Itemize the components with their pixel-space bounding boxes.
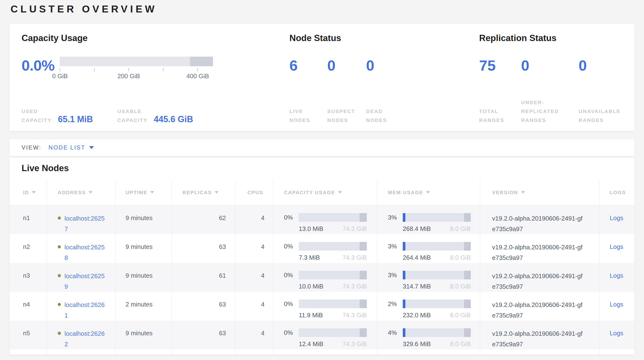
- node-status-section: Node Status 6 0 0 LIVE NODES SUSPECT NOD…: [290, 33, 479, 125]
- live-nodes-count: 6: [290, 58, 327, 73]
- capacity-usage-bar: [299, 299, 367, 308]
- capacity-total: 74.3 GiB: [342, 253, 367, 262]
- mem-percent: 3%: [388, 270, 403, 280]
- capacity-total: 74.3 GiB: [342, 224, 367, 234]
- node-address-link[interactable]: localhost:26259: [64, 271, 108, 292]
- node-version: v19.2.0-alpha.20190606-2491-gfe735c9a97: [480, 234, 600, 263]
- capacity-percent: 0%: [284, 299, 299, 309]
- node-id: n4: [10, 292, 47, 321]
- live-nodes-card: Live Nodes ID ADDRESS UPTIME REPLICAS CP…: [10, 157, 634, 354]
- mem-usage-cell: 3% 264.4 MiB 8.0 GiB: [377, 234, 480, 263]
- node-version: v19.2.0-alpha.20190606-2491-gfe735c9a97: [480, 321, 600, 349]
- capacity-total: 74.3 GiB: [342, 339, 367, 349]
- mem-total: 8.0 GiB: [450, 339, 471, 349]
- capacity-usage-cell: 0% 10.0 MiB 74.3 GiB: [273, 263, 377, 292]
- table-row-partial: [10, 349, 634, 354]
- chevron-down-icon[interactable]: [89, 146, 94, 149]
- node-cpus: 4: [236, 321, 273, 349]
- view-dropdown[interactable]: NODE LIST: [49, 144, 94, 151]
- logs-link[interactable]: Logs: [610, 329, 623, 337]
- logs-cell: Logs: [600, 292, 634, 321]
- node-address-link[interactable]: localhost:26257: [64, 213, 108, 234]
- capacity-usage-cell: 0% 12.4 MiB 74.3 GiB: [273, 321, 377, 349]
- column-header-mem-usage[interactable]: MEM USAGE: [377, 179, 480, 205]
- node-replicas: 63: [172, 234, 236, 263]
- node-replicas: 62: [172, 206, 236, 234]
- table-row: n4 localhost:26261 2 minutes 63 4 0% 11.…: [10, 292, 634, 321]
- capacity-usage-bar: [299, 271, 367, 279]
- axis-tick-label: 0 GiB: [52, 73, 68, 80]
- logs-link[interactable]: Logs: [610, 214, 623, 222]
- capacity-usage-cell: 0% 13.0 MiB 74.3 GiB: [273, 206, 377, 234]
- node-uptime: 9 minutes: [116, 263, 172, 292]
- node-uptime: 9 minutes: [116, 321, 172, 349]
- capacity-percent: 0%: [284, 213, 299, 222]
- table-row: n5 localhost:26262 9 minutes 63 4 0% 12.…: [10, 321, 634, 349]
- capacity-usage-bar: [299, 242, 367, 251]
- mem-total: 8.0 GiB: [450, 310, 471, 320]
- node-address-cell: localhost:26257: [47, 206, 116, 234]
- node-replicas: 63: [172, 292, 236, 321]
- node-version: v19.2.0-alpha.20190606-2491-gfe735c9a97: [480, 292, 600, 321]
- sort-caret-icon: [89, 191, 92, 194]
- capacity-axis: 0 GiB 200 GiB 400 GiB: [60, 66, 213, 80]
- sort-caret-icon: [215, 191, 218, 194]
- column-header-address[interactable]: ADDRESS: [47, 179, 116, 205]
- node-cpus: 4: [236, 292, 273, 321]
- node-address-link[interactable]: localhost:26258: [64, 242, 108, 263]
- logs-link[interactable]: Logs: [610, 243, 623, 250]
- mem-usage-bar: [403, 299, 471, 308]
- cluster-summary-card: Capacity Usage 0.0% 0 GiB 200 GiB: [10, 24, 634, 131]
- axis-tick-label: 400 GiB: [186, 73, 209, 80]
- logs-link[interactable]: Logs: [610, 272, 623, 279]
- capacity-bar-reserved-segment: [190, 57, 213, 66]
- suspect-nodes-count: 0: [327, 58, 366, 73]
- column-header-id[interactable]: ID: [10, 179, 47, 205]
- usable-capacity-stat: USABLE CAPACITY 445.6 GiB: [118, 107, 193, 125]
- live-status-dot-icon: [58, 332, 61, 335]
- live-status-dot-icon: [58, 217, 61, 220]
- node-address-cell: localhost:26258: [47, 234, 116, 263]
- capacity-total: 74.3 GiB: [342, 282, 367, 291]
- logs-cell: Logs: [600, 321, 634, 349]
- node-address-link[interactable]: localhost:26261: [64, 299, 108, 321]
- column-header-replicas[interactable]: REPLICAS: [172, 179, 236, 205]
- view-dropdown-value[interactable]: NODE LIST: [49, 144, 86, 151]
- logs-link[interactable]: Logs: [610, 301, 623, 308]
- mem-used: 329.6 MiB: [403, 339, 431, 349]
- node-status-title: Node Status: [290, 33, 479, 43]
- sort-caret-icon: [150, 191, 154, 194]
- node-cpus: 4: [236, 206, 273, 234]
- mem-usage-cell: 3% 314.7 MiB 8.0 GiB: [377, 263, 480, 292]
- axis-tick-label: 200 GiB: [118, 73, 140, 80]
- live-nodes-title: Live Nodes: [10, 157, 634, 173]
- stat-label-line: CAPACITY: [22, 116, 52, 125]
- column-header-version[interactable]: VERSION: [480, 179, 600, 205]
- column-header-capacity-usage[interactable]: CAPACITY USAGE: [273, 179, 377, 205]
- sort-caret-icon: [521, 191, 525, 194]
- node-id: n2: [10, 234, 47, 263]
- unavailable-ranges-label: UNAVAILABLE RANGES: [578, 107, 634, 125]
- node-cpus: 4: [236, 263, 273, 292]
- table-row: n3 localhost:26259 9 minutes 61 4 0% 10.…: [10, 263, 634, 292]
- node-version: v19.2.0-alpha.20190606-2491-gfe735c9a97: [480, 206, 600, 234]
- mem-total: 8.0 GiB: [450, 253, 471, 262]
- mem-usage-cell: 2% 232.0 MiB 8.0 GiB: [377, 292, 480, 321]
- capacity-usage-bar: [299, 328, 367, 337]
- dead-nodes-count: 0: [366, 58, 479, 73]
- column-header-cpus[interactable]: CPUS: [236, 179, 273, 205]
- column-header-uptime[interactable]: UPTIME: [116, 179, 172, 205]
- capacity-bar: 0 GiB 200 GiB 400 GiB: [60, 57, 213, 80]
- capacity-total: 74.3 GiB: [342, 310, 367, 320]
- node-id: n3: [10, 263, 47, 292]
- live-status-dot-icon: [58, 245, 61, 248]
- capacity-usage-bar: [299, 213, 367, 222]
- under-replicated-ranges-label: UNDER- REPLICATED RANGES: [521, 98, 578, 125]
- node-address-link[interactable]: localhost:26262: [64, 328, 108, 349]
- capacity-usage-title: Capacity Usage: [22, 33, 290, 43]
- view-bar: VIEW: NODE LIST: [10, 139, 634, 156]
- node-address-cell: localhost:26262: [47, 321, 116, 349]
- sort-caret-icon: [338, 191, 342, 194]
- stat-label-line: USABLE: [118, 107, 148, 116]
- mem-usage-bar: [403, 271, 471, 279]
